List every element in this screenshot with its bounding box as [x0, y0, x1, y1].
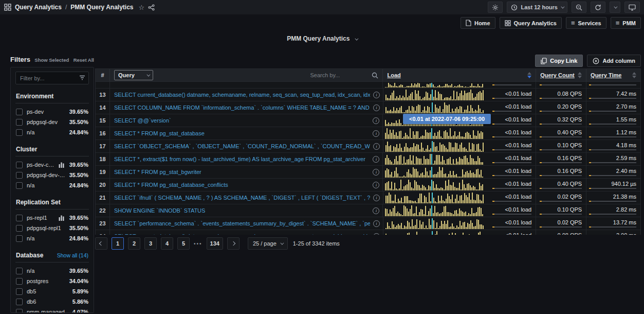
prev-page-button[interactable]: [95, 237, 107, 250]
load-sparkline[interactable]: [385, 128, 486, 139]
checkbox[interactable]: [16, 288, 23, 295]
info-icon[interactable]: i: [373, 130, 379, 137]
checkbox[interactable]: [16, 129, 23, 136]
copy-link-button[interactable]: Copy Link: [535, 55, 583, 67]
reset-all-link[interactable]: Reset All: [73, 57, 94, 63]
info-icon[interactable]: i: [373, 117, 379, 124]
cycle-view-mode-button[interactable]: [624, 2, 640, 13]
query-text-link[interactable]: SELECT * FROM pg_stat_database_conflicts: [114, 182, 370, 188]
refresh-button[interactable]: [591, 2, 605, 13]
filter-item-label[interactable]: ps-dev: [27, 109, 65, 115]
info-icon[interactable]: i: [373, 92, 380, 98]
query-text-link[interactable]: SELECT @@`version`: [114, 117, 370, 124]
load-sparkline[interactable]: [385, 141, 486, 152]
nav-services-button[interactable]: ≡ Services: [566, 17, 606, 29]
sort-control-load[interactable]: [527, 72, 531, 78]
star-icon[interactable]: ☆: [139, 4, 145, 11]
table-row[interactable]: 19 SELECT * FROM pg_stat_bgwriter i <0.0…: [96, 166, 640, 179]
add-column-button[interactable]: Add column: [587, 55, 641, 67]
column-header-load[interactable]: Load: [387, 72, 400, 78]
load-sparkline[interactable]: [385, 218, 486, 229]
filter-item-label[interactable]: pdpgsql-dev-c...: [27, 172, 65, 178]
column-header-query-count[interactable]: Query Count: [540, 72, 575, 78]
dashboard-title-dropdown[interactable]: PMM Query Analytics: [0, 35, 644, 42]
page-button-1[interactable]: 1: [112, 237, 124, 250]
filter-item[interactable]: pdpgsql-repl1 35.50%: [15, 223, 89, 233]
filter-item-label[interactable]: postgres: [27, 278, 65, 284]
filter-item[interactable]: n/a 24.84%: [15, 233, 89, 243]
query-text-link[interactable]: SELECT current_database() datname, schem…: [114, 92, 370, 98]
load-sparkline[interactable]: [385, 231, 486, 235]
checkbox[interactable]: [16, 299, 23, 305]
info-icon[interactable]: i: [373, 169, 379, 176]
checkbox[interactable]: [16, 235, 23, 242]
load-sparkline[interactable]: [385, 154, 486, 165]
filter-item[interactable]: db6 5.86%: [15, 296, 89, 307]
filter-item[interactable]: n/a 39.65%: [15, 266, 89, 276]
table-row[interactable]: 17 SELECT `OBJECT_SCHEMA` , `OBJECT_NAME…: [96, 140, 640, 153]
breadcrumb-app[interactable]: Query Analytics: [15, 4, 62, 11]
table-row[interactable]: 21 SELECT `ifnull` ( SCHEMA_NAME , ? ) A…: [96, 191, 640, 204]
page-size-select[interactable]: 25 / page: [248, 237, 288, 250]
load-sparkline[interactable]: [385, 205, 486, 216]
filter-item[interactable]: postgres 34.04%: [15, 276, 89, 286]
filter-item[interactable]: n/a 24.84%: [15, 127, 89, 137]
pagination-ellipsis[interactable]: •••: [194, 241, 203, 247]
query-text-link[interactable]: SHOW ENGINE `INNODB` STATUS: [114, 207, 370, 214]
checkbox[interactable]: [16, 225, 23, 232]
info-icon[interactable]: i: [373, 143, 380, 150]
load-sparkline[interactable]: [385, 193, 486, 203]
show-selected-link[interactable]: Show Selected: [34, 57, 69, 63]
search-icon[interactable]: [372, 72, 378, 79]
query-text-link[interactable]: SELECT COLUMN_NAME FROM `information_sch…: [114, 104, 370, 111]
filter-item-label[interactable]: db6: [27, 299, 68, 305]
query-dimension-select[interactable]: Query: [114, 70, 153, 80]
column-header-query-time[interactable]: Query Time: [591, 72, 621, 78]
load-sparkline[interactable]: [385, 102, 486, 113]
load-sparkline[interactable]: [385, 83, 486, 88]
breadcrumb-page[interactable]: PMM Query Analytics: [70, 4, 133, 11]
zoom-out-button[interactable]: [572, 2, 586, 13]
last-page-button[interactable]: 134: [207, 237, 223, 250]
table-row[interactable]: 23 SELECT `performance_schema` . `events…: [96, 217, 640, 230]
settings-button[interactable]: [488, 2, 503, 13]
page-button-5[interactable]: 5: [177, 237, 190, 250]
info-icon[interactable]: i: [373, 182, 379, 188]
query-text-link[interactable]: SELECT `performance_schema` . `events_st…: [114, 220, 370, 226]
checkbox[interactable]: [16, 162, 23, 168]
info-icon[interactable]: i: [373, 156, 379, 163]
info-icon[interactable]: i: [373, 195, 380, 201]
query-text-link[interactable]: SELECT * FROM pg_stat_database: [114, 130, 370, 136]
apps-grid-icon[interactable]: [4, 4, 11, 11]
checkbox[interactable]: [16, 172, 23, 179]
table-row[interactable]: 14 SELECT COLUMN_NAME FROM `information_…: [96, 101, 640, 114]
filter-item-label[interactable]: pdpgsql-repl1: [27, 225, 65, 231]
filter-item[interactable]: ps-repl1 39.65%: [15, 213, 89, 223]
query-text-link[interactable]: SELECT current_database() datname, schem…: [114, 233, 370, 235]
table-row[interactable]: 13 SELECT current_database() datname, sc…: [96, 89, 640, 101]
bar-chart-icon[interactable]: [59, 162, 64, 168]
page-button-4[interactable]: 4: [161, 237, 173, 250]
checkbox[interactable]: [16, 109, 23, 115]
filter-item-label[interactable]: ps-dev-cluster: [27, 162, 54, 168]
filter-item[interactable]: ps-dev 39.65%: [15, 107, 89, 117]
filter-item[interactable]: db5 5.89%: [15, 286, 89, 296]
show-all-link[interactable]: Show all (14): [57, 252, 88, 258]
query-text-link[interactable]: SELECT `ifnull` ( SCHEMA_NAME , ? ) AS S…: [114, 195, 370, 201]
info-icon[interactable]: i: [373, 104, 380, 111]
table-row[interactable]: 22 SHOW ENGINE `INNODB` STATUS i <0.01 l…: [96, 204, 640, 217]
sort-control-query-count[interactable]: [578, 72, 582, 78]
bar-chart-icon[interactable]: [59, 215, 64, 221]
filter-item-label[interactable]: n/a: [27, 129, 65, 135]
filter-item-label[interactable]: ps-repl1: [27, 215, 54, 221]
filter-item[interactable]: ps-dev-cluster 39.65%: [15, 160, 89, 170]
time-range-picker[interactable]: Last 12 hours: [507, 2, 567, 13]
table-row[interactable]: [96, 82, 640, 89]
query-text-link[interactable]: SELECT * FROM pg_stat_bgwriter: [114, 169, 370, 175]
filter-item[interactable]: n/a 24.84%: [15, 180, 89, 190]
nav-query-analytics-button[interactable]: Query Analytics: [500, 17, 562, 29]
table-row[interactable]: 20 SELECT * FROM pg_stat_database_confli…: [96, 179, 640, 191]
filter-item-label[interactable]: db5: [27, 288, 68, 294]
filter-item-label[interactable]: n/a: [27, 182, 65, 188]
checkbox[interactable]: [16, 215, 23, 221]
